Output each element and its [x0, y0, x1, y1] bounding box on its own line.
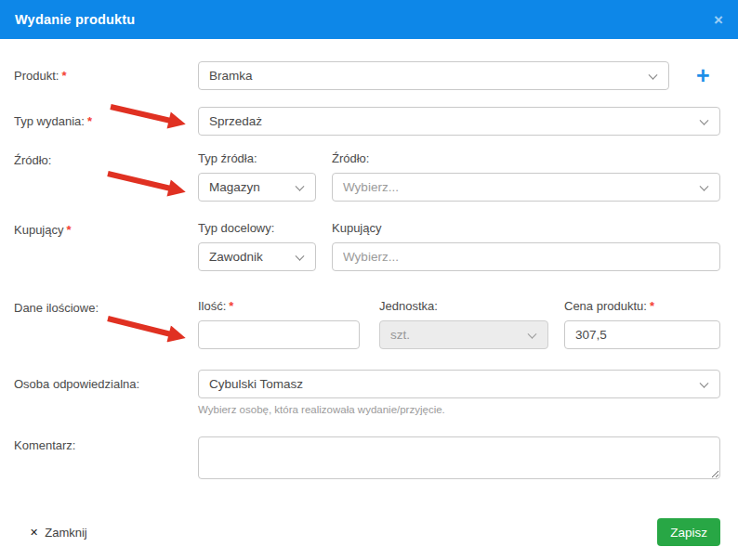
zrodlo-select[interactable]: Wybierz...: [332, 173, 720, 202]
chevron-down-icon: [528, 329, 537, 338]
typ-wydania-label: Typ wydania:*: [14, 107, 198, 136]
typ-docelowy-select[interactable]: Zawodnik: [198, 242, 316, 271]
add-product-button[interactable]: +: [696, 61, 710, 90]
close-icon[interactable]: ×: [714, 12, 723, 28]
typ-docelowy-select-value: Zawodnik: [209, 250, 263, 264]
typ-zrodla-select-value: Magazyn: [209, 180, 260, 194]
cena-produktu-input[interactable]: [564, 320, 720, 349]
chevron-down-icon: [649, 70, 658, 79]
modal-body: Produkt:* Bramka + Typ wydania:* Sprzeda…: [0, 39, 738, 479]
zrodlo-select-placeholder: Wybierz...: [343, 180, 399, 194]
cena-sublabel: Cena produktu:*: [564, 299, 720, 314]
dane-ilosciowe-label: Dane ilościowe:: [14, 299, 198, 349]
chevron-down-icon: [700, 181, 709, 190]
produkt-label-text: Produkt:: [14, 69, 59, 83]
osoba-label: Osoba odpowiedzialna:: [14, 370, 198, 415]
komentarz-textarea[interactable]: [198, 436, 720, 479]
typ-wydania-label-text: Typ wydania:: [14, 114, 85, 128]
chevron-down-icon: [296, 181, 305, 190]
zrodlo-sublabel: Źródło:: [332, 151, 720, 166]
zrodlo-label-text: Źródło:: [14, 153, 51, 167]
kupujacy-label-text: Kupujący: [14, 223, 63, 237]
jednostka-select: szt.: [379, 320, 548, 349]
kupujacy-sublabel: Kupujący: [332, 221, 720, 236]
osoba-select[interactable]: Cybulski Tomasz: [198, 370, 720, 398]
close-x-icon: ✕: [30, 527, 38, 539]
jednostka-select-value: szt.: [390, 328, 410, 342]
dane-ilosciowe-label-text: Dane ilościowe:: [14, 301, 99, 315]
typ-docelowy-sublabel: Typ docelowy:: [198, 221, 316, 236]
row-produkt: Produkt:* Bramka +: [14, 61, 720, 90]
kupujacy-label: Kupujący*: [14, 221, 198, 271]
required-asterisk: *: [87, 114, 92, 128]
typ-zrodla-sublabel: Typ źródła:: [198, 151, 316, 166]
modal-footer: ✕ Zamknij Zapisz: [30, 518, 720, 546]
chevron-down-icon: [296, 251, 305, 260]
zamknij-label: Zamknij: [45, 526, 87, 540]
produkt-label: Produkt:*: [14, 61, 198, 90]
typ-wydania-select[interactable]: Sprzedaż: [198, 107, 720, 136]
komentarz-label-text: Komentarz:: [14, 438, 75, 452]
typ-zrodla-select[interactable]: Magazyn: [198, 173, 316, 202]
osoba-label-text: Osoba odpowiedzialna:: [14, 377, 139, 391]
wydanie-produktu-modal: Wydanie produktu × Produkt:* Bramka + Ty…: [0, 0, 738, 560]
produkt-select[interactable]: Bramka: [198, 61, 669, 90]
zamknij-button[interactable]: ✕ Zamknij: [30, 526, 87, 540]
jednostka-sublabel: Jednostka:: [379, 299, 548, 314]
zrodlo-label: Źródło:: [14, 151, 198, 202]
komentarz-label: Komentarz:: [14, 436, 198, 479]
row-dane-ilosciowe: Dane ilościowe: Ilość:* Jednostka: szt. …: [14, 299, 720, 349]
osoba-select-value: Cybulski Tomasz: [209, 377, 303, 391]
required-asterisk: *: [61, 69, 66, 83]
required-asterisk: *: [650, 299, 654, 313]
ilosc-sublabel: Ilość:*: [198, 299, 360, 314]
zapisz-button[interactable]: Zapisz: [657, 518, 720, 546]
row-komentarz: Komentarz:: [14, 436, 720, 479]
ilosc-input[interactable]: [198, 320, 360, 349]
chevron-down-icon: [700, 115, 709, 124]
row-osoba-odpowiedzialna: Osoba odpowiedzialna: Cybulski Tomasz Wy…: [14, 370, 720, 415]
row-typ-wydania: Typ wydania:* Sprzedaż: [14, 107, 720, 136]
row-zrodlo: Źródło: Typ źródła: Magazyn Źródło: Wybi…: [14, 151, 720, 202]
modal-header: Wydanie produktu ×: [0, 0, 738, 39]
row-kupujacy: Kupujący* Typ docelowy: Zawodnik Kupując…: [14, 221, 720, 271]
cena-sublabel-text: Cena produktu:: [564, 299, 647, 313]
osoba-helper-text: Wybierz osobę, która realizowała wydanie…: [198, 404, 720, 415]
typ-wydania-select-value: Sprzedaż: [209, 114, 262, 128]
ilosc-sublabel-text: Ilość:: [198, 299, 226, 313]
chevron-down-icon: [700, 378, 709, 387]
required-asterisk: *: [66, 223, 71, 237]
kupujacy-input[interactable]: [332, 242, 720, 271]
required-asterisk: *: [229, 299, 233, 313]
produkt-select-value: Bramka: [209, 69, 253, 83]
modal-title: Wydanie produktu: [15, 12, 135, 27]
